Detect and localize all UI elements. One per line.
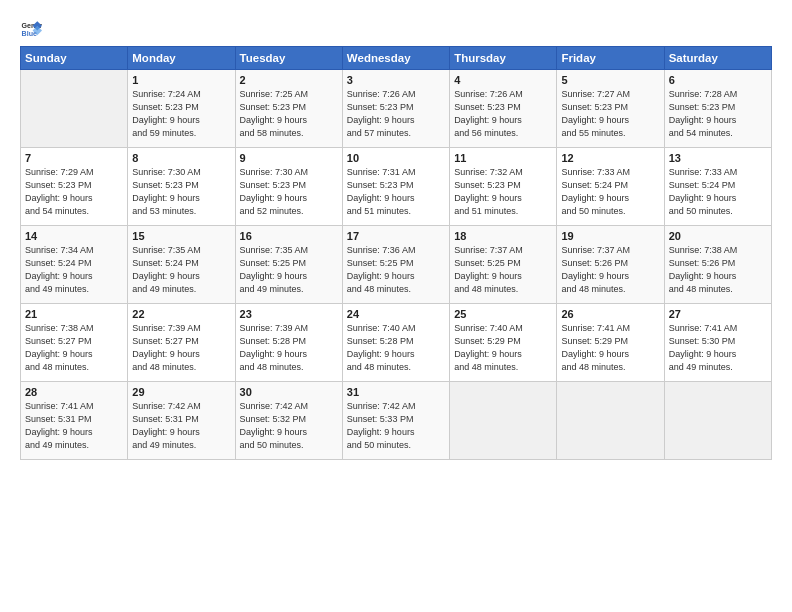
calendar-cell: 13Sunrise: 7:33 AM Sunset: 5:24 PM Dayli…	[664, 148, 771, 226]
calendar-cell: 12Sunrise: 7:33 AM Sunset: 5:24 PM Dayli…	[557, 148, 664, 226]
day-info: Sunrise: 7:41 AM Sunset: 5:31 PM Dayligh…	[25, 400, 123, 452]
calendar-cell	[450, 382, 557, 460]
day-number: 25	[454, 308, 552, 320]
calendar-cell: 30Sunrise: 7:42 AM Sunset: 5:32 PM Dayli…	[235, 382, 342, 460]
day-number: 6	[669, 74, 767, 86]
calendar-cell: 19Sunrise: 7:37 AM Sunset: 5:26 PM Dayli…	[557, 226, 664, 304]
calendar-cell: 5Sunrise: 7:27 AM Sunset: 5:23 PM Daylig…	[557, 70, 664, 148]
day-number: 8	[132, 152, 230, 164]
day-info: Sunrise: 7:26 AM Sunset: 5:23 PM Dayligh…	[347, 88, 445, 140]
header: General Blue	[20, 18, 772, 40]
calendar-cell: 9Sunrise: 7:30 AM Sunset: 5:23 PM Daylig…	[235, 148, 342, 226]
calendar-cell: 31Sunrise: 7:42 AM Sunset: 5:33 PM Dayli…	[342, 382, 449, 460]
day-number: 26	[561, 308, 659, 320]
col-header-saturday: Saturday	[664, 47, 771, 70]
calendar-cell: 15Sunrise: 7:35 AM Sunset: 5:24 PM Dayli…	[128, 226, 235, 304]
header-row: SundayMondayTuesdayWednesdayThursdayFrid…	[21, 47, 772, 70]
calendar-cell: 3Sunrise: 7:26 AM Sunset: 5:23 PM Daylig…	[342, 70, 449, 148]
calendar-cell: 18Sunrise: 7:37 AM Sunset: 5:25 PM Dayli…	[450, 226, 557, 304]
calendar-cell: 29Sunrise: 7:42 AM Sunset: 5:31 PM Dayli…	[128, 382, 235, 460]
day-number: 7	[25, 152, 123, 164]
col-header-tuesday: Tuesday	[235, 47, 342, 70]
calendar-cell: 16Sunrise: 7:35 AM Sunset: 5:25 PM Dayli…	[235, 226, 342, 304]
calendar-cell: 2Sunrise: 7:25 AM Sunset: 5:23 PM Daylig…	[235, 70, 342, 148]
page: General Blue SundayMondayTuesdayWednesda…	[0, 0, 792, 612]
day-info: Sunrise: 7:30 AM Sunset: 5:23 PM Dayligh…	[240, 166, 338, 218]
day-number: 13	[669, 152, 767, 164]
col-header-wednesday: Wednesday	[342, 47, 449, 70]
calendar-cell: 8Sunrise: 7:30 AM Sunset: 5:23 PM Daylig…	[128, 148, 235, 226]
calendar-cell: 25Sunrise: 7:40 AM Sunset: 5:29 PM Dayli…	[450, 304, 557, 382]
calendar-cell: 23Sunrise: 7:39 AM Sunset: 5:28 PM Dayli…	[235, 304, 342, 382]
calendar-cell: 14Sunrise: 7:34 AM Sunset: 5:24 PM Dayli…	[21, 226, 128, 304]
calendar-cell: 4Sunrise: 7:26 AM Sunset: 5:23 PM Daylig…	[450, 70, 557, 148]
week-row-3: 14Sunrise: 7:34 AM Sunset: 5:24 PM Dayli…	[21, 226, 772, 304]
day-number: 27	[669, 308, 767, 320]
calendar-cell: 10Sunrise: 7:31 AM Sunset: 5:23 PM Dayli…	[342, 148, 449, 226]
day-number: 23	[240, 308, 338, 320]
calendar-cell	[557, 382, 664, 460]
day-info: Sunrise: 7:29 AM Sunset: 5:23 PM Dayligh…	[25, 166, 123, 218]
day-number: 10	[347, 152, 445, 164]
day-number: 21	[25, 308, 123, 320]
calendar-table: SundayMondayTuesdayWednesdayThursdayFrid…	[20, 46, 772, 460]
day-number: 14	[25, 230, 123, 242]
day-number: 22	[132, 308, 230, 320]
day-info: Sunrise: 7:27 AM Sunset: 5:23 PM Dayligh…	[561, 88, 659, 140]
col-header-monday: Monday	[128, 47, 235, 70]
calendar-cell: 22Sunrise: 7:39 AM Sunset: 5:27 PM Dayli…	[128, 304, 235, 382]
day-number: 19	[561, 230, 659, 242]
day-number: 15	[132, 230, 230, 242]
logo: General Blue	[20, 18, 46, 40]
day-info: Sunrise: 7:26 AM Sunset: 5:23 PM Dayligh…	[454, 88, 552, 140]
day-info: Sunrise: 7:40 AM Sunset: 5:28 PM Dayligh…	[347, 322, 445, 374]
day-number: 28	[25, 386, 123, 398]
calendar-cell: 11Sunrise: 7:32 AM Sunset: 5:23 PM Dayli…	[450, 148, 557, 226]
week-row-1: 1Sunrise: 7:24 AM Sunset: 5:23 PM Daylig…	[21, 70, 772, 148]
day-info: Sunrise: 7:30 AM Sunset: 5:23 PM Dayligh…	[132, 166, 230, 218]
day-number: 4	[454, 74, 552, 86]
week-row-5: 28Sunrise: 7:41 AM Sunset: 5:31 PM Dayli…	[21, 382, 772, 460]
day-number: 18	[454, 230, 552, 242]
col-header-friday: Friday	[557, 47, 664, 70]
calendar-cell: 26Sunrise: 7:41 AM Sunset: 5:29 PM Dayli…	[557, 304, 664, 382]
calendar-cell: 27Sunrise: 7:41 AM Sunset: 5:30 PM Dayli…	[664, 304, 771, 382]
day-number: 24	[347, 308, 445, 320]
day-info: Sunrise: 7:25 AM Sunset: 5:23 PM Dayligh…	[240, 88, 338, 140]
day-info: Sunrise: 7:28 AM Sunset: 5:23 PM Dayligh…	[669, 88, 767, 140]
calendar-cell: 24Sunrise: 7:40 AM Sunset: 5:28 PM Dayli…	[342, 304, 449, 382]
day-number: 29	[132, 386, 230, 398]
day-number: 2	[240, 74, 338, 86]
calendar-cell: 1Sunrise: 7:24 AM Sunset: 5:23 PM Daylig…	[128, 70, 235, 148]
day-number: 16	[240, 230, 338, 242]
logo-icon: General Blue	[20, 18, 42, 40]
day-info: Sunrise: 7:34 AM Sunset: 5:24 PM Dayligh…	[25, 244, 123, 296]
day-info: Sunrise: 7:37 AM Sunset: 5:26 PM Dayligh…	[561, 244, 659, 296]
day-info: Sunrise: 7:42 AM Sunset: 5:33 PM Dayligh…	[347, 400, 445, 452]
day-info: Sunrise: 7:32 AM Sunset: 5:23 PM Dayligh…	[454, 166, 552, 218]
day-number: 1	[132, 74, 230, 86]
day-number: 5	[561, 74, 659, 86]
calendar-cell: 17Sunrise: 7:36 AM Sunset: 5:25 PM Dayli…	[342, 226, 449, 304]
day-info: Sunrise: 7:42 AM Sunset: 5:32 PM Dayligh…	[240, 400, 338, 452]
day-info: Sunrise: 7:35 AM Sunset: 5:24 PM Dayligh…	[132, 244, 230, 296]
week-row-4: 21Sunrise: 7:38 AM Sunset: 5:27 PM Dayli…	[21, 304, 772, 382]
day-info: Sunrise: 7:33 AM Sunset: 5:24 PM Dayligh…	[561, 166, 659, 218]
day-info: Sunrise: 7:36 AM Sunset: 5:25 PM Dayligh…	[347, 244, 445, 296]
calendar-cell: 6Sunrise: 7:28 AM Sunset: 5:23 PM Daylig…	[664, 70, 771, 148]
day-number: 30	[240, 386, 338, 398]
day-info: Sunrise: 7:37 AM Sunset: 5:25 PM Dayligh…	[454, 244, 552, 296]
day-info: Sunrise: 7:41 AM Sunset: 5:29 PM Dayligh…	[561, 322, 659, 374]
week-row-2: 7Sunrise: 7:29 AM Sunset: 5:23 PM Daylig…	[21, 148, 772, 226]
day-info: Sunrise: 7:33 AM Sunset: 5:24 PM Dayligh…	[669, 166, 767, 218]
day-number: 11	[454, 152, 552, 164]
col-header-sunday: Sunday	[21, 47, 128, 70]
day-info: Sunrise: 7:38 AM Sunset: 5:26 PM Dayligh…	[669, 244, 767, 296]
calendar-cell: 28Sunrise: 7:41 AM Sunset: 5:31 PM Dayli…	[21, 382, 128, 460]
day-number: 31	[347, 386, 445, 398]
day-info: Sunrise: 7:24 AM Sunset: 5:23 PM Dayligh…	[132, 88, 230, 140]
day-number: 12	[561, 152, 659, 164]
calendar-cell: 21Sunrise: 7:38 AM Sunset: 5:27 PM Dayli…	[21, 304, 128, 382]
calendar-cell	[664, 382, 771, 460]
col-header-thursday: Thursday	[450, 47, 557, 70]
